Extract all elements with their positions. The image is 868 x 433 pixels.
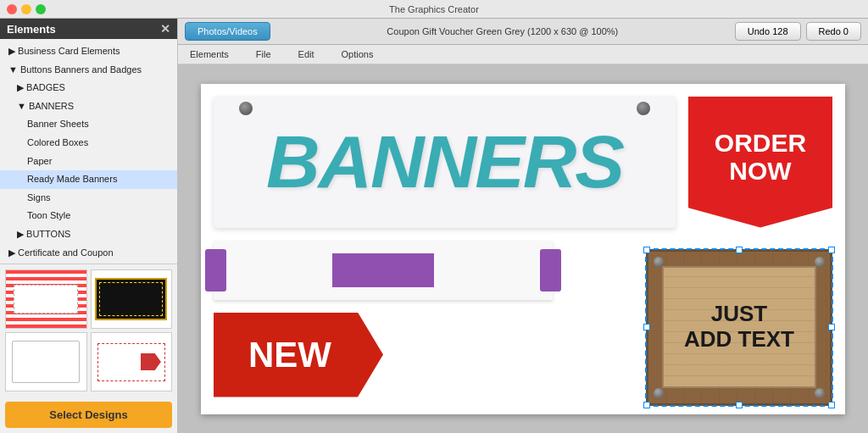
sidebar-item-banners[interactable]: ▼ BANNERS [0, 97, 177, 116]
selection-handle-tr[interactable] [828, 247, 835, 253]
selection-handle-bm[interactable] [736, 402, 743, 408]
sub-toolbar-file[interactable]: File [251, 47, 276, 61]
sidebar-item-banner-sheets[interactable]: Banner Sheets [0, 115, 177, 134]
selection-handle-ml[interactable] [643, 324, 650, 330]
sidebar-item-certificate-coupon[interactable]: ▶ Certificate and Coupon [0, 244, 177, 263]
selection-handle-mr[interactable] [828, 324, 835, 330]
sub-toolbar-elements[interactable]: Elements [185, 47, 234, 61]
sidebar-item-signs[interactable]: Signs [0, 189, 177, 208]
maximize-button[interactable] [36, 4, 46, 14]
scroll-mid-right-cap [540, 249, 561, 291]
wood-sign-text: JUSTADD TEXT [684, 302, 794, 353]
toolbar: Photos/Videos Coupon Gift Voucher Green … [178, 19, 868, 45]
wood-sign[interactable]: JUSTADD TEXT [646, 249, 832, 406]
canvas-area: BANNERS ORDERNOW NEW [178, 64, 868, 433]
marquee-banner-preview [95, 278, 167, 320]
sidebar-item-paper[interactable]: Paper [0, 153, 177, 171]
thumbnail-marquee-banner[interactable] [91, 269, 173, 329]
sidebar-item-toon-style[interactable]: Toon Style [0, 207, 177, 225]
wood-nail-tr [815, 257, 825, 267]
sidebar-header: Elements ✕ [0, 19, 177, 39]
wood-sign-inner: JUSTADD TEXT [662, 266, 816, 387]
sidebar-item-buttons[interactable]: ▶ BUTTONS [0, 225, 177, 244]
scroll-mid-left-cap [205, 249, 226, 291]
banner-pin-left [239, 102, 253, 115]
sidebar-item-business-card-elements[interactable]: ▶ Business Card Elements [0, 42, 177, 61]
new-flag-shape: NEW [214, 313, 383, 397]
thumbnail-grid [0, 264, 177, 397]
order-now-badge: ORDERNOW [688, 97, 832, 228]
banner-ribbon: BANNERS [214, 97, 676, 228]
sidebar-item-colored-boxes[interactable]: Colored Boxes [0, 134, 177, 153]
selection-handle-tl[interactable] [643, 247, 650, 253]
window-title: The Graphics Creator [389, 4, 479, 14]
scroll-banner-mid [214, 241, 553, 300]
ticket-arrow-icon [141, 353, 161, 370]
banner-main-text: BANNERS [266, 119, 623, 205]
sidebar-item-buttons-banners-badges[interactable]: ▼ Buttons Banners and Badges [0, 61, 177, 80]
ticket-banner-preview [97, 343, 165, 381]
sub-toolbar: Elements File Edit Options [178, 45, 868, 64]
new-flag-banner: NEW [214, 313, 383, 397]
toolbar-document-title: Coupon Gift Voucher Green Grey (1200 x 6… [275, 26, 730, 36]
select-designs-button[interactable]: Select Designs [5, 402, 172, 428]
selection-handle-br[interactable] [828, 402, 835, 408]
order-now-text: ORDERNOW [715, 129, 806, 185]
thumbnail-striped-banner[interactable] [5, 269, 87, 329]
thumbnail-ticket-banner[interactable] [91, 332, 173, 391]
wood-nail-br [815, 388, 825, 398]
thumbnail-plain-banner[interactable] [5, 332, 87, 391]
sidebar-tree: ▶ Business Card Elements ▼ Buttons Banne… [0, 39, 177, 264]
striped-banner-preview [6, 270, 86, 328]
scroll-mid-center-block [332, 253, 434, 287]
sub-toolbar-options[interactable]: Options [337, 47, 379, 61]
striped-banner-inner [14, 285, 78, 314]
banner-pin-right [637, 102, 650, 115]
minimize-button[interactable] [21, 4, 31, 14]
sidebar-title: Elements [7, 23, 56, 36]
selection-handle-bl[interactable] [643, 402, 650, 408]
sub-toolbar-edit[interactable]: Edit [293, 47, 320, 61]
plain-banner-preview [12, 341, 80, 383]
new-flag-text: NEW [248, 335, 331, 375]
wood-nail-bl [654, 388, 664, 398]
undo-button[interactable]: Undo 128 [735, 22, 801, 41]
photos-videos-button[interactable]: Photos/Videos [185, 22, 270, 41]
wood-sign-background: JUSTADD TEXT [646, 249, 832, 406]
sidebar: Elements ✕ ▶ Business Card Elements ▼ Bu… [0, 19, 178, 433]
sidebar-item-ready-made-banners[interactable]: Ready Made Banners [0, 170, 177, 189]
main-content: Photos/Videos Coupon Gift Voucher Green … [178, 19, 868, 433]
selection-handle-tm[interactable] [736, 247, 743, 253]
window-controls[interactable] [7, 4, 46, 14]
title-bar: The Graphics Creator [0, 0, 868, 19]
wood-nail-tl [654, 257, 664, 267]
canvas[interactable]: BANNERS ORDERNOW NEW [201, 84, 845, 414]
sidebar-close-button[interactable]: ✕ [160, 22, 170, 36]
close-button[interactable] [7, 4, 17, 14]
redo-button[interactable]: Redo 0 [806, 22, 861, 41]
sidebar-item-badges[interactable]: ▶ BADGES [0, 79, 177, 97]
app-container: Elements ✕ ▶ Business Card Elements ▼ Bu… [0, 19, 868, 433]
